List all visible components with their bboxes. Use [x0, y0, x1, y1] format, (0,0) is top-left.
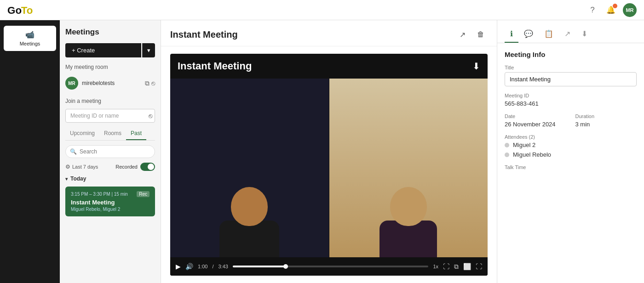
attendee-dot-0 [505, 143, 509, 147]
progress-fill [233, 266, 286, 267]
time-total: 3:43 [218, 264, 228, 269]
rp-tab-share[interactable]: ↗ [559, 26, 576, 43]
svg-text:To: To [21, 5, 33, 16]
delete-button[interactable]: 🗑 [474, 28, 488, 41]
attendee-item-1: Miguel Rebelo [505, 151, 637, 158]
progress-handle [283, 264, 288, 269]
topbar-right: ? 🔔 MR [586, 3, 637, 17]
center-header: Instant Meeting ↗ 🗑 [161, 20, 497, 46]
tab-rooms[interactable]: Rooms [99, 127, 126, 140]
meeting-time: 3:15 PM – 3:30 PM | 15 min [71, 192, 128, 197]
progress-bar[interactable] [233, 266, 428, 267]
rp-tab-chat[interactable]: 💬 [518, 26, 539, 43]
share-button[interactable]: ↗ [455, 28, 469, 41]
room-copy-button[interactable]: ⧉ [145, 79, 150, 87]
create-button[interactable]: + Create [65, 43, 141, 57]
video-download-button[interactable]: ⬇ [472, 61, 480, 72]
group-today-label: Today [70, 175, 86, 182]
tab-past[interactable]: Past [126, 127, 146, 140]
date-col: Date 26 November 2024 [505, 113, 566, 128]
recorded-toggle[interactable] [140, 163, 155, 171]
crop-button[interactable]: ⛶ [443, 263, 449, 270]
notification-badge [613, 4, 617, 8]
sidebar-title: Meetings [65, 28, 155, 37]
meetings-icon: 📹 [25, 30, 34, 39]
video-player: Instant Meeting ⬇ [170, 54, 488, 276]
title-field: Title [505, 65, 637, 86]
room-actions: ⧉ ⎋ [145, 79, 155, 87]
recorded-label: Recorded [115, 164, 138, 170]
attendees-label: Attendees (2) [505, 134, 637, 140]
my-room-row: MR mirebelotests ⧉ ⎋ [65, 75, 155, 91]
meeting-card-header: 3:15 PM – 3:30 PM | 15 min Rec [71, 191, 150, 197]
meeting-card[interactable]: 3:15 PM – 3:30 PM | 15 min Rec Instant M… [65, 187, 155, 216]
nav-item-meetings[interactable]: 📹 Meetings [4, 26, 56, 51]
video-feed-right [329, 79, 488, 257]
search-wrap: 🔍 [65, 145, 155, 158]
attendee-name-0: Miguel 2 [513, 142, 535, 148]
volume-button[interactable]: 🔊 [185, 263, 193, 270]
main-layout: 📹 Meetings Meetings + Create ▾ My meetin… [0, 20, 644, 283]
meeting-card-attendees: Miguel Rebelo, Miguel 2 [71, 207, 150, 212]
toggle-slider [140, 163, 155, 171]
date-label: Date [505, 113, 566, 119]
filter-label[interactable]: ⚙ Last 7 days [65, 164, 98, 170]
meeting-id-field: Meeting ID 565-883-461 [505, 93, 637, 107]
svg-text:Go: Go [7, 5, 22, 16]
avatar[interactable]: MR [623, 3, 637, 17]
video-feeds [170, 79, 488, 257]
rp-tab-download[interactable]: ⬇ [576, 26, 593, 43]
search-input[interactable] [65, 145, 155, 158]
meeting-tabs: Upcoming Rooms Past [65, 127, 155, 141]
topbar: Go To ? 🔔 MR [0, 0, 644, 20]
center-header-actions: ↗ 🗑 [455, 28, 488, 41]
video-title: Instant Meeting [178, 60, 252, 72]
chevron-down-icon: ▾ [65, 176, 68, 181]
attendee-item-0: Miguel 2 [505, 142, 637, 148]
video-controls: ▶ 🔊 1:00 / 3:43 1x ⛶ ⧉ ⬜ ⛶ [170, 257, 488, 276]
title-label: Title [505, 65, 637, 70]
duration-label: Duration [575, 113, 637, 119]
rp-tab-notes[interactable]: 📋 [539, 26, 559, 43]
fullscreen-button[interactable]: ⛶ [476, 263, 482, 270]
sidebar: Meetings + Create ▾ My meeting room MR m… [60, 20, 161, 283]
notification-icon[interactable]: 🔔 [604, 4, 617, 17]
filter-row: ⚙ Last 7 days Recorded [65, 163, 155, 171]
meeting-info-title: Meeting Info [505, 51, 637, 58]
my-room-label: My meeting room [65, 64, 155, 70]
join-meeting-label: Join a meeting [65, 98, 155, 104]
pip-button[interactable]: ⧉ [454, 263, 459, 271]
help-icon[interactable]: ? [586, 4, 599, 17]
filter-text: Last 7 days [72, 164, 98, 170]
room-join-button[interactable]: ⎋ [151, 79, 155, 87]
duration-col: Duration 3 min [575, 113, 637, 128]
meeting-id-label: Meeting ID [505, 93, 637, 98]
join-submit-button[interactable]: ⎋ [149, 112, 152, 119]
attendees-field: Attendees (2) Miguel 2 Miguel Rebelo [505, 134, 637, 158]
tab-upcoming[interactable]: Upcoming [65, 127, 99, 140]
title-input[interactable] [505, 72, 637, 86]
page-title: Instant Meeting [170, 29, 238, 40]
theater-button[interactable]: ⬜ [463, 263, 471, 270]
time-separator: / [212, 264, 213, 269]
duration-value: 3 min [575, 121, 637, 128]
date-value: 26 November 2024 [505, 121, 566, 128]
rec-badge: Rec [137, 191, 150, 197]
join-input[interactable] [65, 109, 155, 123]
play-button[interactable]: ▶ [176, 263, 181, 270]
video-title-bar: Instant Meeting ⬇ [170, 54, 488, 79]
logo: Go To [7, 4, 42, 17]
create-dropdown-button[interactable]: ▾ [142, 43, 155, 57]
center-content: Instant Meeting ↗ 🗑 Instant Meeting ⬇ [161, 20, 497, 283]
attendee-name-1: Miguel Rebelo [513, 151, 551, 158]
nav-item-meetings-label: Meetings [20, 41, 40, 46]
meeting-id-value: 565-883-461 [505, 100, 637, 107]
video-feed-left [170, 79, 329, 257]
speed-button[interactable]: 1x [433, 264, 438, 269]
rp-tab-info[interactable]: ℹ [505, 26, 518, 43]
time-current: 1:00 [198, 264, 207, 269]
create-btn-row: + Create ▾ [65, 43, 155, 57]
room-avatar: MR [65, 77, 78, 90]
group-today[interactable]: ▾ Today [65, 175, 155, 182]
meeting-card-title: Instant Meeting [71, 199, 150, 206]
